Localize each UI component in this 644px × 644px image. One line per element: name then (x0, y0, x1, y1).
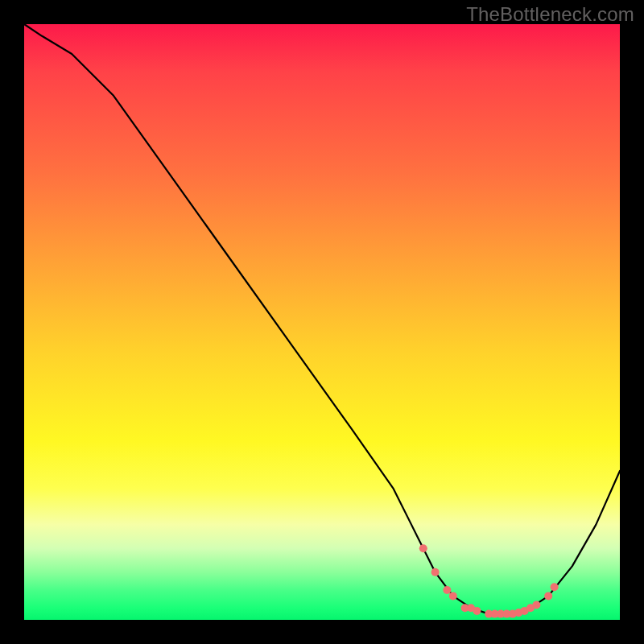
svg-point-17 (551, 583, 559, 591)
svg-point-6 (473, 607, 481, 615)
chart-svg (24, 24, 620, 620)
svg-point-16 (544, 592, 552, 600)
highlight-markers (419, 544, 559, 617)
plot-area (24, 24, 620, 620)
svg-point-1 (431, 568, 440, 576)
curve-line (24, 24, 620, 614)
svg-point-3 (449, 592, 457, 600)
svg-point-2 (443, 586, 451, 594)
chart-container: TheBottleneck.com (0, 0, 644, 644)
watermark-text: TheBottleneck.com (466, 3, 634, 26)
svg-point-0 (419, 544, 427, 552)
svg-point-15 (532, 601, 540, 609)
